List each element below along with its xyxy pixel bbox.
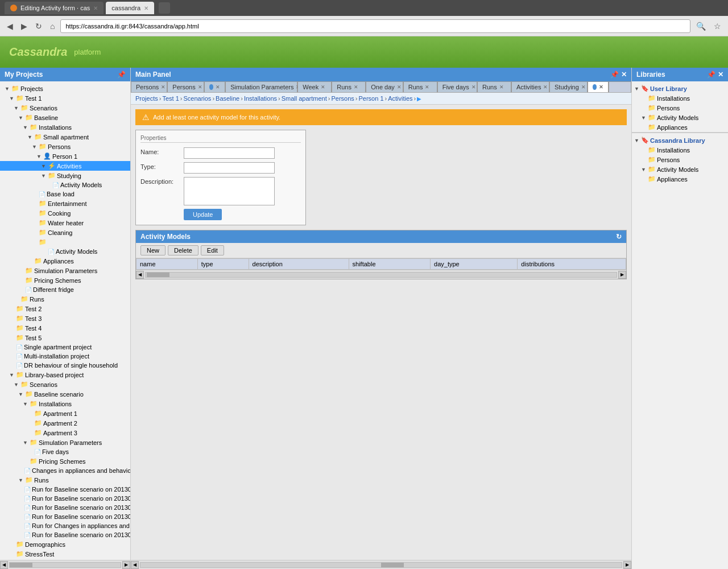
left-sidebar-scrollbar[interactable]: ◀ ▶ [0,560,130,569]
tab-fivedays-close[interactable]: ✕ [471,84,476,90]
tree-item-single-apt[interactable]: 📄 Single apartment project [0,343,130,352]
tree-item-run6[interactable]: 📄 Run for Baseline scenario on 20130715.… [0,530,130,539]
tab-dot-1[interactable]: ✕ [204,81,225,92]
tab-runs-2-close[interactable]: ✕ [425,84,429,90]
tree-item-installations[interactable]: ▼ 📁 Installations [0,122,130,132]
tab-runs-2[interactable]: Runs ✕ [403,81,437,92]
tab-active-close[interactable]: ✕ [599,84,603,90]
toggle-projects[interactable]: ▼ [5,86,10,92]
tab-runs-1[interactable]: Runs ✕ [332,81,366,92]
tab-activities-close[interactable]: ✕ [543,84,548,90]
user-lib-appliances[interactable]: 📁 Appliances [632,122,728,132]
cassandra-library-root[interactable]: ▼ 🔖 Cassandra Library [632,135,728,145]
main-panel-close[interactable]: ✕ [621,71,627,79]
tab-close-2[interactable]: ✕ [144,5,148,11]
tree-item-library-project[interactable]: ▼ 📁 Library-based project [0,370,130,380]
toggle-test1[interactable]: ▼ [9,96,15,101]
toggle-small-apartment[interactable]: ▼ [27,134,33,140]
delete-button[interactable]: Delete [168,245,198,255]
toggle-runs-lib[interactable]: ▼ [18,477,24,483]
tab-dot-1-close[interactable]: ✕ [216,84,220,90]
toggle-cl-am[interactable]: ▼ [641,167,647,172]
toggle-installationslib[interactable]: ▼ [23,401,28,407]
breadcrumb-projects[interactable]: Projects [135,95,158,102]
tree-item-multi-inst[interactable]: 📄 Multi-installation project [0,352,130,361]
user-lib-persons[interactable]: 📁 Persons [632,103,728,113]
bookmark-button[interactable]: ☆ [712,20,723,32]
toggle-person1[interactable]: ▼ [36,154,42,159]
toggle-simparam-lib[interactable]: ▼ [23,440,28,446]
tree-item-fivedays[interactable]: 📄 Five days [0,447,130,456]
tree-item-test2[interactable]: 📁 Test 2 [0,304,130,314]
toggle-installations[interactable]: ▼ [23,125,28,130]
table-scroll-left[interactable]: ◀ [136,271,144,279]
tree-item-person1[interactable]: ▼ 👤 Person 1 [0,151,130,161]
tree-item-baseline-scenario[interactable]: ▼ 📁 Baseline scenario [0,389,130,399]
user-library-root[interactable]: ▼ 🔖 User Library [632,84,728,93]
toggle-baseline[interactable]: ▼ [18,115,24,121]
breadcrumb-person1[interactable]: Person 1 [358,95,383,102]
tree-item-demographics[interactable]: 📁 Demographics [0,539,130,549]
tree-item-activities[interactable]: ▼ ⚡ Activities [0,161,130,171]
table-scroll-thumb[interactable] [147,273,169,277]
tab-runs-3[interactable]: Runs ✕ [477,81,511,92]
forward-button[interactable]: ▶ [19,20,30,32]
breadcrumb-scenarios[interactable]: Scenarios [183,95,211,102]
tab-oneday-close[interactable]: ✕ [397,84,402,90]
toggle-user-library[interactable]: ▼ [634,86,640,92]
tree-item-projects[interactable]: ▼ 📁 Projects [0,84,130,93]
tab-close-1[interactable]: ✕ [93,5,98,11]
activity-models-table-container[interactable]: name type description shiftable day_type… [136,258,626,270]
tree-item-pricing[interactable]: 📁 Pricing Schemes [0,275,130,285]
tree-item-dr-behaviour[interactable]: 📄 DR behaviour of single household [0,361,130,370]
center-bottom-scrollbar[interactable]: ◀ ▶ [131,560,631,569]
tree-item-run2[interactable]: 📄 Run for Baseline scenario on 20130610.… [0,494,130,503]
browser-tab-2[interactable]: cassandra ✕ [106,2,154,14]
tree-item-runs[interactable]: 📁 Runs [0,294,130,304]
tab-runs-1-close[interactable]: ✕ [354,84,358,90]
new-button[interactable]: New [140,245,166,255]
tree-item-cleaning[interactable]: 📁 Cleaning [0,228,130,237]
tab-runs-3-close[interactable]: ✕ [499,84,504,90]
toggle-scenarioslib[interactable]: ▼ [14,382,19,387]
back-button[interactable]: ◀ [5,20,15,32]
tree-item-runs-lib[interactable]: ▼ 📁 Runs [0,475,130,485]
scroll-right-arrow[interactable]: ▶ [122,561,130,569]
description-textarea[interactable] [184,177,275,205]
tree-item-run4[interactable]: 📄 Run for Baseline scenario on 20130610.… [0,512,130,521]
tree-item-scenarios-lib[interactable]: ▼ 📁 Scenarios [0,380,130,389]
tree-item-activity-models-1[interactable]: 📄 Activity Models [0,180,130,189]
breadcrumb-small-apt[interactable]: Small apartment [282,95,327,102]
user-lib-installations[interactable]: 📁 Installations [632,93,728,103]
tree-item-studying[interactable]: ▼ 📁 Studying [0,171,130,180]
toggle-activities[interactable]: ▼ [41,163,47,169]
center-scroll-left[interactable]: ◀ [131,561,139,569]
tab-persons-2-close[interactable]: ✕ [198,84,202,90]
tree-item-cooking[interactable]: 📁 Cooking [0,208,130,218]
tab-oneday[interactable]: One day ✕ [366,81,403,92]
edit-button[interactable]: Edit [201,245,224,255]
tree-item-test4[interactable]: 📁 Test 4 [0,323,130,333]
cassandra-lib-appliances[interactable]: 📁 Appliances [632,174,728,184]
tree-item-unnamed-folder[interactable]: 📁 [0,237,130,247]
breadcrumb-test1[interactable]: Test 1 [162,95,179,102]
toggle-studying[interactable]: ▼ [41,173,47,179]
tree-item-small-apartment[interactable]: ▼ 📁 Small apartment [0,132,130,142]
tree-item-run5[interactable]: 📄 Run for Changes in appliances and beh.… [0,521,130,530]
name-input[interactable] [184,147,275,159]
table-scrollbar[interactable]: ◀ ▶ [136,270,626,279]
tree-item-scenarios[interactable]: ▼ 📁 Scenarios [0,103,130,113]
tab-active-dot[interactable]: ✕ [588,81,609,92]
tab-simulation-params[interactable]: Simulation Parameters ✕ [225,81,297,92]
cassandra-lib-persons[interactable]: 📁 Persons [632,155,728,164]
breadcrumb-installations[interactable]: Installations [244,95,277,102]
toggle-persons[interactable]: ▼ [32,144,38,150]
sidebar-tree[interactable]: ▼ 📁 Projects ▼ 📁 Test 1 ▼ 📁 Scenarios ▼ … [0,81,130,560]
address-bar[interactable] [60,19,690,33]
tree-item-persons[interactable]: ▼ 📁 Persons [0,142,130,151]
libraries-close[interactable]: ✕ [718,71,723,79]
tree-item-run1[interactable]: 📄 Run for Baseline scenario on 20130609.… [0,485,130,494]
cassandra-lib-installations[interactable]: 📁 Installations [632,145,728,155]
table-scroll-right[interactable]: ▶ [618,271,626,279]
center-scroll-thumb[interactable] [381,563,404,567]
